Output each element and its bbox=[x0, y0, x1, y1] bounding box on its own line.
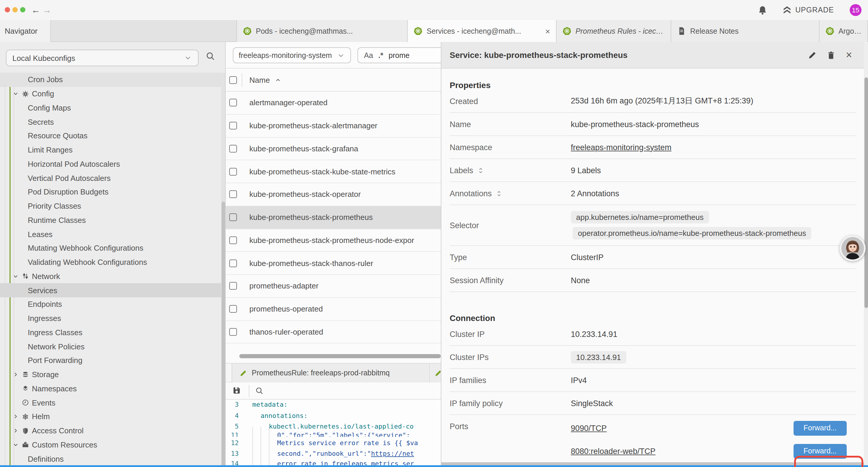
port-link[interactable]: 8080:reloader-web/TCP bbox=[571, 447, 656, 456]
sidebar-item-resource-quotas[interactable]: Resource Quotas bbox=[0, 129, 221, 143]
sidebar-item-runtime-classes[interactable]: Runtime Classes bbox=[0, 213, 221, 227]
sidebar-item-priority-classes[interactable]: Priority Classes bbox=[0, 199, 221, 213]
table-row[interactable]: kube-prometheus-stack-operator bbox=[226, 183, 441, 206]
sidebar-item-mutating-webhook-configurations[interactable]: Mutating Webhook Configurations bbox=[0, 241, 221, 255]
yaml-editor[interactable]: 3metadata:4annotations:5kubectl.kubernet… bbox=[226, 400, 441, 466]
kubeconfig-select[interactable]: Local Kubeconfigs bbox=[6, 50, 198, 66]
sort-icon[interactable] bbox=[477, 167, 484, 174]
window-minimize-light[interactable] bbox=[12, 7, 18, 12]
table-row[interactable]: alertmanager-operated bbox=[226, 92, 441, 115]
chevron-right-icon[interactable] bbox=[12, 413, 19, 420]
table-row[interactable]: kube-prometheus-stack-prometheus-node-ex… bbox=[226, 229, 441, 252]
window-close-light[interactable] bbox=[5, 7, 10, 12]
detail-label: Labels bbox=[450, 166, 473, 175]
detail-row-ports: Ports9090/TCPForward...8080:reloader-web… bbox=[450, 415, 856, 463]
sidebar-item-limit-ranges[interactable]: Limit Ranges bbox=[0, 143, 221, 157]
sidebar-item-vertical-pod-autoscalers[interactable]: Vertical Pod Autoscalers bbox=[0, 171, 221, 185]
dock-tab-prometheusrule[interactable]: PrometheusRule: freeleaps-prod-rabbitmq bbox=[231, 363, 430, 382]
sidebar-item-events[interactable]: Events bbox=[0, 396, 221, 410]
port-link[interactable]: 9090/TCP bbox=[571, 424, 607, 433]
match-case-toggle[interactable]: Aa bbox=[364, 51, 373, 59]
select-all-checkbox[interactable] bbox=[229, 76, 237, 84]
table-row[interactable]: kube-prometheus-stack-thanos-ruler bbox=[226, 252, 441, 275]
save-icon[interactable] bbox=[232, 386, 241, 395]
sidebar-item-network-policies[interactable]: Network Policies bbox=[0, 340, 221, 354]
sidebar-item-cron-jobs[interactable]: Cron Jobs bbox=[0, 73, 221, 87]
sidebar-scrollbar-thumb[interactable] bbox=[221, 202, 225, 467]
sidebar-item-horizontal-pod-autoscalers[interactable]: Horizontal Pod Autoscalers bbox=[0, 157, 221, 171]
close-icon[interactable]: × bbox=[846, 49, 852, 61]
sidebar-item-validating-webhook-configurations[interactable]: Validating Webhook Configurations bbox=[0, 255, 221, 269]
window-zoom-light[interactable] bbox=[20, 7, 25, 12]
row-checkbox[interactable] bbox=[229, 99, 237, 107]
row-checkbox[interactable] bbox=[229, 282, 237, 290]
row-checkbox[interactable] bbox=[229, 236, 237, 244]
sidebar-item-services[interactable]: Services bbox=[0, 284, 221, 298]
row-checkbox[interactable] bbox=[229, 213, 237, 221]
sidebar-item-namespaces[interactable]: Namespaces bbox=[0, 382, 221, 396]
sidebar-item-storage[interactable]: Storage bbox=[0, 368, 221, 382]
row-checkbox[interactable] bbox=[229, 328, 237, 336]
row-checkbox[interactable] bbox=[229, 145, 237, 152]
table-row[interactable]: prometheus-operated bbox=[226, 298, 441, 321]
forward-arrow-icon[interactable]: → bbox=[42, 5, 52, 15]
namespace-link[interactable]: freeleaps-monitoring-system bbox=[571, 143, 672, 152]
sidebar-search-icon[interactable] bbox=[206, 52, 215, 61]
chevron-down-icon[interactable] bbox=[12, 273, 19, 280]
sort-icon[interactable] bbox=[496, 190, 502, 197]
sidebar-item-definitions[interactable]: Definitions bbox=[0, 452, 221, 466]
horizontal-scrollbar-thumb[interactable] bbox=[239, 354, 441, 358]
sidebar-item-leases[interactable]: Leases bbox=[0, 227, 221, 241]
sidebar-item-ingresses[interactable]: Ingresses bbox=[0, 312, 221, 326]
row-checkbox[interactable] bbox=[229, 191, 237, 198]
tab-close-icon[interactable]: × bbox=[546, 26, 550, 36]
name-column-header[interactable]: Name bbox=[249, 76, 270, 85]
sidebar-item-network[interactable]: Network bbox=[0, 269, 221, 284]
row-checkbox[interactable] bbox=[229, 168, 237, 175]
sidebar-item-endpoints[interactable]: Endpoints bbox=[0, 297, 221, 312]
services-search-input[interactable]: Aa .* prome bbox=[358, 47, 441, 63]
sidebar-item-config[interactable]: Config bbox=[0, 87, 221, 101]
details-scrollbar-thumb[interactable] bbox=[864, 78, 868, 308]
sidebar-item-secrets[interactable]: Secrets bbox=[0, 115, 221, 129]
avatar[interactable] bbox=[840, 235, 866, 261]
regex-toggle[interactable]: .* bbox=[378, 51, 383, 59]
sidebar-item-port-forwarding[interactable]: Port Forwarding bbox=[0, 353, 221, 368]
edit-pencil-icon[interactable] bbox=[808, 51, 817, 59]
back-arrow-icon[interactable]: ← bbox=[31, 5, 40, 15]
sidebar-item-ingress-classes[interactable]: Ingress Classes bbox=[0, 325, 221, 340]
upgrade-button[interactable]: UPGRADE bbox=[782, 5, 834, 15]
sidebar-item-helm[interactable]: Helm bbox=[0, 410, 221, 424]
row-checkbox[interactable] bbox=[229, 259, 237, 267]
table-row[interactable]: kube-prometheus-stack-grafana bbox=[226, 138, 441, 160]
sidebar-item-config-maps[interactable]: Config Maps bbox=[0, 101, 221, 115]
notifications-bell-icon[interactable] bbox=[757, 5, 768, 16]
table-row[interactable]: kube-prometheus-stack-alertmanager bbox=[226, 115, 441, 138]
sidebar-item-custom-resources[interactable]: Custom Resources bbox=[0, 438, 221, 452]
table-row[interactable]: kube-prometheus-stack-kube-state-metrics bbox=[226, 160, 441, 183]
horizontal-scrollbar[interactable] bbox=[239, 354, 441, 359]
app-tab[interactable]: Pods - icecheng@mathmas... bbox=[236, 20, 408, 42]
app-tab[interactable]: Release Notes bbox=[671, 20, 819, 42]
chevron-right-icon[interactable] bbox=[12, 371, 19, 378]
table-row[interactable]: prometheus-adapter bbox=[226, 275, 441, 298]
row-checkbox[interactable] bbox=[229, 122, 237, 129]
sidebar-item-pod-disruption-budgets[interactable]: Pod Disruption Budgets bbox=[0, 185, 221, 199]
forward-button[interactable]: Forward... bbox=[794, 420, 847, 435]
sidebar-item-access-control[interactable]: Access Control bbox=[0, 424, 221, 438]
sort-ascending-icon[interactable] bbox=[275, 77, 281, 83]
chevron-right-icon[interactable] bbox=[12, 428, 19, 434]
detail-row-type: TypeClusterIP bbox=[450, 246, 856, 269]
editor-search-icon[interactable] bbox=[255, 387, 264, 395]
chevron-down-icon[interactable] bbox=[12, 442, 19, 448]
app-tab[interactable]: Argo Se bbox=[819, 20, 868, 42]
row-checkbox[interactable] bbox=[229, 305, 237, 313]
table-row[interactable]: thanos-ruler-operated bbox=[226, 321, 441, 344]
table-row[interactable]: kube-prometheus-stack-prometheus bbox=[226, 206, 441, 229]
namespace-select[interactable]: freeleaps-monitoring-system bbox=[233, 47, 351, 63]
app-tab[interactable]: Services - icecheng@math...× bbox=[408, 20, 557, 42]
delete-trash-icon[interactable] bbox=[827, 51, 836, 59]
notification-count-badge[interactable]: 15 bbox=[850, 4, 862, 16]
chevron-down-icon[interactable] bbox=[12, 90, 19, 97]
app-tab[interactable]: Prometheus Rules - icecheng... bbox=[557, 20, 671, 42]
